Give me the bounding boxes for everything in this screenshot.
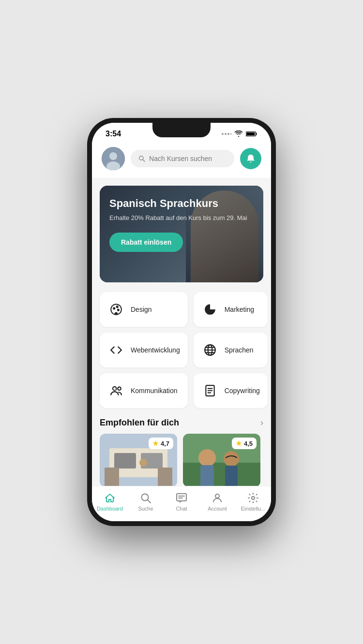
chat-icon xyxy=(176,492,187,504)
code-icon xyxy=(107,341,125,359)
nav-search[interactable]: Suche xyxy=(128,492,164,512)
svg-point-7 xyxy=(109,152,117,160)
svg-point-3 xyxy=(230,133,231,135)
search-icon xyxy=(138,155,145,162)
category-design[interactable]: Design xyxy=(100,292,188,327)
svg-point-20 xyxy=(113,387,117,391)
svg-line-10 xyxy=(143,160,145,161)
category-languages-label: Sprachen xyxy=(225,346,254,354)
svg-point-45 xyxy=(252,497,255,499)
category-webdev-label: Webentwicklung xyxy=(131,346,180,354)
svg-point-44 xyxy=(215,494,219,498)
svg-point-37 xyxy=(224,451,239,467)
course-rating-2: ★ 4,5 xyxy=(232,438,257,449)
document-icon xyxy=(201,382,219,399)
course-rating-1: ★ 4,7 xyxy=(149,438,173,449)
nav-dashboard-label: Dashboard xyxy=(97,506,123,512)
nav-chat[interactable]: Chat xyxy=(164,492,199,512)
svg-point-35 xyxy=(198,449,216,467)
nav-account-label: Account xyxy=(208,506,227,512)
svg-rect-38 xyxy=(225,466,238,486)
recommended-title: Empfohlen für dich xyxy=(100,418,179,428)
svg-line-40 xyxy=(148,500,151,503)
banner-content: Spanisch Sprachkurs Erhalte 20% Rabatt a… xyxy=(100,186,263,263)
svg-rect-5 xyxy=(246,132,255,135)
star-icon-2: ★ xyxy=(236,439,242,447)
category-communication[interactable]: Kommunikation xyxy=(100,373,188,408)
svg-rect-41 xyxy=(177,494,186,501)
courses-row: ★ 4,7 xyxy=(92,434,271,486)
nav-settings[interactable]: Einstellu... xyxy=(235,492,271,512)
battery-icon xyxy=(246,131,257,137)
svg-rect-34 xyxy=(183,463,260,486)
bell-icon xyxy=(246,154,256,163)
svg-rect-36 xyxy=(200,465,214,486)
nav-account[interactable]: Account xyxy=(199,492,235,512)
status-time: 3:54 xyxy=(106,130,121,138)
category-webdev[interactable]: Webentwicklung xyxy=(100,333,188,367)
category-communication-label: Kommunikation xyxy=(131,387,178,395)
globe-icon xyxy=(201,341,219,359)
nav-settings-label: Einstellu... xyxy=(241,506,266,512)
chart-pie-icon xyxy=(201,301,219,318)
signal-dots-icon xyxy=(222,132,231,136)
status-icons xyxy=(222,131,257,137)
svg-point-21 xyxy=(118,387,121,390)
svg-point-12 xyxy=(113,307,115,309)
svg-rect-32 xyxy=(158,468,172,486)
svg-rect-28 xyxy=(114,453,136,468)
svg-point-2 xyxy=(227,133,229,135)
search-bar[interactable] xyxy=(131,150,234,167)
user-avatar[interactable] xyxy=(102,147,125,170)
categories-grid: Design Marketing xyxy=(92,282,271,408)
category-marketing[interactable]: Marketing xyxy=(194,292,268,327)
nav-search-label: Suche xyxy=(138,506,153,512)
users-icon xyxy=(107,382,125,399)
bottom-nav: Dashboard Suche Chat xyxy=(92,486,271,521)
main-scroll: Spanisch Sprachkurs Erhalte 20% Rabatt a… xyxy=(92,141,271,486)
svg-point-30 xyxy=(139,459,147,467)
banner-title: Spanisch Sprachkurs xyxy=(109,197,254,210)
search-input[interactable] xyxy=(149,155,227,162)
nav-dashboard[interactable]: Dashboard xyxy=(92,492,128,512)
nav-chat-label: Chat xyxy=(176,506,187,512)
nav-search-icon xyxy=(140,492,151,504)
svg-point-0 xyxy=(222,133,224,135)
notification-button[interactable] xyxy=(240,148,261,169)
promo-banner: Spanisch Sprachkurs Erhalte 20% Rabatt a… xyxy=(100,186,263,282)
svg-rect-31 xyxy=(105,468,119,486)
app-header xyxy=(92,141,271,178)
wifi-icon xyxy=(234,131,243,137)
category-copywriting-label: Copywriting xyxy=(225,387,260,395)
account-icon xyxy=(212,492,223,504)
home-icon xyxy=(104,492,116,504)
rating-value-2: 4,5 xyxy=(244,440,253,447)
settings-icon xyxy=(247,492,259,504)
star-icon-1: ★ xyxy=(152,439,159,447)
category-languages[interactable]: Sprachen xyxy=(194,333,268,367)
course-card-1[interactable]: ★ 4,7 xyxy=(100,434,177,486)
svg-point-1 xyxy=(225,133,227,135)
category-copywriting[interactable]: Copywriting xyxy=(194,373,268,408)
recommended-header: Empfohlen für dich › xyxy=(92,408,271,434)
svg-point-13 xyxy=(117,306,118,307)
svg-point-14 xyxy=(118,309,119,310)
category-design-label: Design xyxy=(131,306,152,313)
redeem-button[interactable]: Rabatt einlösen xyxy=(109,233,183,252)
banner-subtitle: Erhalte 20% Rabatt auf den Kurs bis zum … xyxy=(109,214,254,222)
rating-value-1: 4,7 xyxy=(161,440,169,447)
category-marketing-label: Marketing xyxy=(225,306,254,313)
course-card-2[interactable]: ★ 4,5 xyxy=(183,434,260,486)
recommended-more-button[interactable]: › xyxy=(260,418,263,428)
palette-icon xyxy=(107,301,125,318)
